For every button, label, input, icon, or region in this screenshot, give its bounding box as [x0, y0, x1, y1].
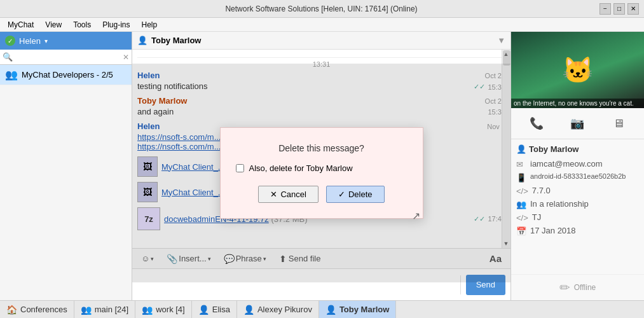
chat-header: 👤 Toby Marlow ▼ — [132, 32, 510, 50]
version-row: </> 7.7.0 — [516, 186, 639, 196]
taskbar-alexey-label: Alexey Pikurov — [257, 305, 312, 314]
pen-icon: ✏ — [559, 280, 570, 295]
menu-plugins[interactable]: Plug-ins — [97, 19, 135, 31]
elisa-icon: 👤 — [198, 305, 209, 315]
dialog-title: Delete this message? — [236, 143, 408, 153]
search-icon: 🔍 — [3, 52, 13, 62]
user-details: 👤 Toby Marlow ✉ iamcat@meow.com 📱 androi… — [511, 139, 644, 244]
current-user-info: ✓ Helen ▾ — [5, 36, 48, 46]
device-row: 📱 android-id-583331eae5026b2b — [516, 172, 639, 183]
status-icon: 👥 — [516, 200, 526, 209]
group-icon: 👥 — [5, 69, 18, 81]
menu-view[interactable]: View — [40, 19, 67, 31]
menu-tools[interactable]: Tools — [68, 19, 96, 31]
device-icon: 📱 — [516, 173, 526, 183]
image-caption: on the Internet, no one knows you're a c… — [511, 99, 644, 108]
dialog-overlay: Delete this message? Also, delete for To… — [132, 64, 510, 282]
offline-label: Offline — [574, 283, 596, 292]
chat-header-username: Toby Marlow — [151, 36, 201, 45]
email-row: ✉ iamcat@meow.com — [516, 159, 639, 169]
status-row: 👥 In a relationship — [516, 199, 639, 209]
tag-row: </> TJ — [516, 212, 639, 223]
user-version: 7.7.0 — [532, 186, 551, 195]
conferences-icon: 🏠 — [6, 305, 17, 315]
restore-button[interactable]: □ — [613, 3, 625, 15]
menu-mychat[interactable]: MyChat — [3, 19, 39, 31]
cancel-button[interactable]: ✕ Cancel — [258, 186, 318, 203]
main-layout: ✓ Helen ▾ 🔍 ✕ 👥 MyChat Developers - 2/5 … — [0, 32, 644, 300]
dialog-checkbox-row: Also, delete for Toby Marlow — [236, 163, 408, 173]
titlebar: Network Software Solutions [Helen, UIN: … — [0, 0, 644, 18]
calendar-icon: 📅 — [516, 226, 526, 236]
desktop-button[interactable]: 🖥 — [608, 113, 629, 134]
taskbar-work[interactable]: 👥 work [4] — [135, 301, 192, 318]
user-status-icon: ✓ — [5, 36, 15, 46]
taskbar-alexey[interactable]: 👤 Alexey Pikurov — [237, 301, 319, 318]
alexey-icon: 👤 — [243, 305, 254, 315]
search-input[interactable] — [15, 53, 120, 62]
contact-list: 👥 MyChat Developers - 2/5 — [0, 65, 132, 300]
action-buttons: 📞 📷 🖥 — [511, 108, 644, 139]
chat-user-icon: 👤 — [137, 36, 147, 45]
user-relationship: In a relationship — [530, 199, 589, 209]
search-clear-icon[interactable]: ✕ — [123, 53, 129, 62]
contact-name: MyChat Developers - 2/5 — [22, 70, 113, 80]
search-bar: 🔍 ✕ — [0, 50, 132, 65]
toby-icon: 👤 — [325, 305, 336, 315]
menu-help[interactable]: Help — [137, 19, 163, 31]
user-date: 17 Jan 2018 — [530, 226, 576, 235]
chat-close-icon[interactable]: ▼ — [497, 36, 505, 45]
taskbar-main[interactable]: 👥 main [24] — [74, 301, 135, 318]
date-row: 📅 17 Jan 2018 — [516, 226, 639, 236]
taskbar: 🏠 Conferences 👥 main [24] 👥 work [4] 👤 E… — [0, 300, 644, 318]
taskbar-toby-label: Toby Marlow — [339, 305, 389, 314]
video-button[interactable]: 📷 — [567, 113, 587, 134]
user-tag: TJ — [532, 212, 541, 222]
minimize-button[interactable]: − — [599, 3, 611, 15]
taskbar-conferences[interactable]: 🏠 Conferences — [0, 301, 74, 318]
user-icon: 👤 — [516, 144, 526, 154]
titlebar-title: Network Software Solutions [Helen, UIN: … — [43, 4, 599, 13]
user-image-container: 🐱 on the Internet, no one knows you're a… — [511, 32, 644, 108]
dialog-buttons: ✕ Cancel ✓ Delete — [236, 186, 408, 203]
taskbar-main-label: main [24] — [95, 305, 128, 314]
current-username: Helen — [19, 36, 41, 46]
delete-label: Delete — [348, 190, 373, 199]
user-device: android-id-583331eae5026b2b — [530, 172, 626, 180]
offline-status-area: ✏ Offline — [511, 274, 644, 300]
tag-icon: </> — [516, 213, 528, 223]
chat-header-left: 👤 Toby Marlow — [137, 36, 201, 45]
version-icon: </> — [516, 186, 528, 196]
user-full-name: Toby Marlow — [529, 144, 579, 154]
user-name-display: 👤 Toby Marlow — [516, 144, 639, 154]
call-button[interactable]: 📞 — [526, 113, 547, 134]
cursor-indicator: ↗ — [412, 210, 420, 222]
delete-button[interactable]: ✓ Delete — [326, 186, 385, 203]
main-icon: 👥 — [81, 305, 92, 315]
taskbar-work-label: work [4] — [156, 305, 185, 314]
dropdown-icon[interactable]: ▾ — [45, 38, 48, 45]
taskbar-toby[interactable]: 👤 Toby Marlow — [319, 301, 396, 318]
user-avatar-image: 🐱 — [511, 32, 644, 108]
delete-icon: ✓ — [338, 190, 345, 199]
taskbar-conferences-label: Conferences — [20, 305, 67, 314]
contact-mychat-developers[interactable]: 👥 MyChat Developers - 2/5 — [0, 65, 132, 85]
sidebar: ✓ Helen ▾ 🔍 ✕ 👥 MyChat Developers - 2/5 — [0, 32, 132, 300]
menubar: MyChat View Tools Plug-ins Help — [0, 18, 644, 32]
cancel-label: Cancel — [280, 190, 306, 199]
titlebar-controls: − □ ✕ — [599, 3, 639, 15]
close-button[interactable]: ✕ — [627, 3, 639, 15]
delete-dialog: Delete this message? Also, delete for To… — [220, 127, 423, 219]
right-panel: 🐱 on the Internet, no one knows you're a… — [510, 32, 644, 300]
sidebar-header: ✓ Helen ▾ — [0, 32, 132, 50]
delete-for-other-checkbox[interactable] — [236, 164, 244, 172]
user-email: iamcat@meow.com — [530, 159, 603, 169]
email-icon: ✉ — [516, 160, 526, 169]
work-icon: 👥 — [142, 305, 153, 315]
delete-for-other-label: Also, delete for Toby Marlow — [249, 163, 353, 173]
taskbar-elisa[interactable]: 👤 Elisa — [192, 301, 237, 318]
cancel-icon: ✕ — [270, 190, 277, 199]
taskbar-elisa-label: Elisa — [212, 305, 230, 314]
scroll-up-button[interactable]: ▲ — [502, 50, 510, 59]
